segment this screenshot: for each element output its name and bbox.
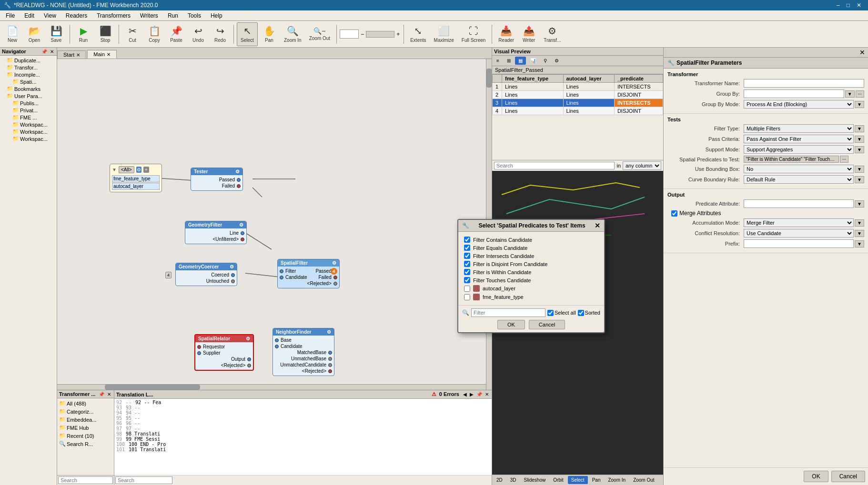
dialog-label-within: Filter is Within Candidate xyxy=(473,269,531,275)
dialog-footer: 🔍 Select all Sorted OK Cancel xyxy=(458,305,604,332)
dialog-item-within[interactable]: Filter is Within Candidate xyxy=(462,268,600,276)
dialog-ok-button[interactable]: OK xyxy=(497,320,525,329)
dialog-item-equals[interactable]: Filter Equals Candidate xyxy=(462,244,600,252)
dialog-title: 🔧 Select 'Spatial Predicates to Test' It… xyxy=(458,220,604,232)
dialog-sorted-label[interactable]: Sorted xyxy=(578,310,600,316)
dialog-btn-row: OK Cancel xyxy=(462,320,600,329)
dialog-content: Filter Contains Candidate Filter Equals … xyxy=(458,232,604,305)
dialog-checkbox-within[interactable] xyxy=(464,269,470,275)
dialog-sorted-checkbox[interactable] xyxy=(578,310,584,316)
dialog-select-all-text: Select all xyxy=(555,310,576,316)
dialog-search-icon: 🔍 xyxy=(462,309,469,316)
dialog-filter-input[interactable] xyxy=(471,308,545,317)
dialog-fme-icon xyxy=(473,294,480,300)
dialog-label-intersects: Filter Intersects Candidate xyxy=(473,253,534,259)
dialog-select-all-label[interactable]: Select all xyxy=(547,310,576,316)
dialog-label-touches: Filter Touches Candidate xyxy=(473,277,531,283)
dialog-label-equals: Filter Equals Candidate xyxy=(473,245,527,251)
select-predicates-dialog[interactable]: 🔧 Select 'Spatial Predicates to Test' It… xyxy=(457,219,605,333)
dialog-label-contains: Filter Contains Candidate xyxy=(473,237,532,243)
dialog-label-disjoint: Filter is Disjoint From Candidate xyxy=(473,261,548,267)
dialog-icon: 🔧 xyxy=(462,222,469,229)
dialog-checkbox-contains[interactable] xyxy=(464,237,470,243)
dialog-label-fme: fme_feature_type xyxy=(483,294,524,300)
dialog-search-row: 🔍 Select all Sorted xyxy=(462,308,600,317)
dialog-label-autocad: autocad_layer xyxy=(483,286,515,291)
dialog-item-fme[interactable]: fme_feature_type xyxy=(462,293,600,301)
dialog-item-touches[interactable]: Filter Touches Candidate xyxy=(462,276,600,284)
dialog-cancel-button[interactable]: Cancel xyxy=(529,320,565,329)
dialog-overlay: 🔧 Select 'Spatial Predicates to Test' It… xyxy=(0,0,868,485)
dialog-checkbox-intersects[interactable] xyxy=(464,253,470,259)
dialog-sorted-text: Sorted xyxy=(585,310,600,316)
dialog-select-all-checkbox[interactable] xyxy=(547,310,554,316)
dialog-checkbox-equals[interactable] xyxy=(464,245,470,251)
dialog-checkbox-fme[interactable] xyxy=(464,294,470,300)
dialog-autocad-icon xyxy=(473,285,480,292)
dialog-checkbox-touches[interactable] xyxy=(464,277,470,283)
dialog-title-text: Select 'Spatial Predicates to Test' Item… xyxy=(478,222,585,229)
dialog-item-intersects[interactable]: Filter Intersects Candidate xyxy=(462,252,600,260)
dialog-item-contains[interactable]: Filter Contains Candidate xyxy=(462,236,600,244)
dialog-item-autocad[interactable]: autocad_layer xyxy=(462,284,600,293)
dialog-checkbox-autocad[interactable] xyxy=(464,286,470,292)
dialog-close-button[interactable]: ✕ xyxy=(595,222,600,229)
dialog-item-disjoint[interactable]: Filter is Disjoint From Candidate xyxy=(462,260,600,268)
dialog-checkbox-disjoint[interactable] xyxy=(464,261,470,267)
